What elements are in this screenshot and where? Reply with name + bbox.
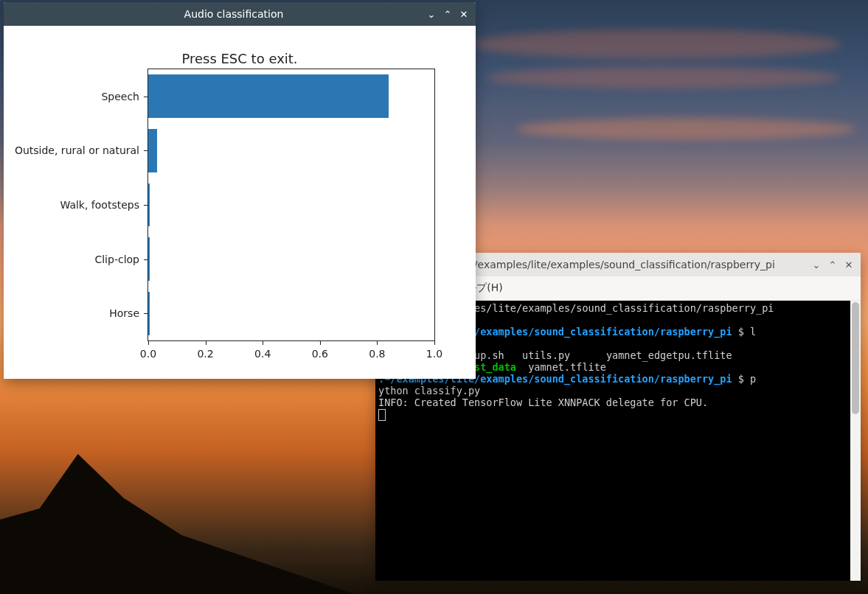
chart-bar [148,292,150,335]
maximize-icon[interactable]: ⌃ [442,8,454,20]
window-title: Audio classification [48,8,420,20]
chart-xlabel: 0.4 [254,348,271,360]
chart-xlabel: 0.2 [197,348,213,360]
chart-bar [148,74,389,118]
chart-titlebar[interactable]: Audio classification ⌄ ⌃ ✕ [4,2,476,26]
chart-plot-area: SpeechOutside, rural or naturalWalk, foo… [147,69,435,341]
chart-ytick [144,313,148,314]
chart-window[interactable]: Audio classification ⌄ ⌃ ✕ Press ESC to … [4,2,476,379]
scrollbar-thumb[interactable] [852,302,859,414]
chart-xtick [320,340,321,345]
chart-ylabel: Speech [7,91,139,102]
chart-bar [148,184,150,227]
minimize-icon[interactable]: ⌄ [810,259,822,270]
minimize-icon[interactable]: ⌄ [426,8,437,20]
chart-ylabel: Horse [7,307,139,319]
desktop-wallpaper: pi: ~/examples/lite/examples/sound_class… [0,0,868,594]
chart-xlabel: 0.0 [140,348,156,360]
close-icon[interactable]: ✕ [458,8,470,20]
chart-xtick [263,340,263,345]
chart-xtick [377,340,378,345]
chart-xlabel: 0.6 [312,348,328,360]
maximize-icon[interactable]: ⌃ [827,259,839,270]
chart-xtick [434,340,435,345]
scrollbar[interactable] [850,301,861,581]
chart-ylabel: Clip-clop [7,254,139,265]
chart-title: Press ESC to exit. [4,51,476,66]
chart-ylabel: Walk, footsteps [7,199,139,211]
chart-ytick [144,97,148,97]
chart-xtick [206,340,206,345]
chart-ylabel: Outside, rural or natural [7,144,139,156]
window-title: pi: ~/examples/lite/examples/sound_class… [420,259,805,270]
chart-bar [148,237,150,281]
terminal-cursor [378,409,386,421]
chart-ytick [144,205,148,206]
chart-bar [148,129,157,172]
close-icon[interactable]: ✕ [843,259,855,270]
chart-ytick [144,259,148,260]
chart-xlabel: 0.8 [369,348,385,360]
chart-xlabel: 1.0 [426,348,442,360]
chart-ytick [144,150,148,151]
chart-xtick [148,340,149,345]
